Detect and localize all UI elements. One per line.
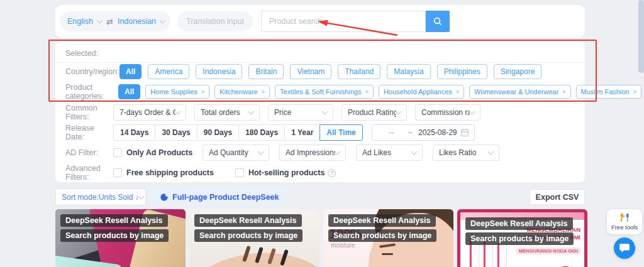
- selected-label: Selected:: [65, 49, 98, 58]
- product-card[interactable]: MENGEMBALIKAN WARNA GIGI ALAMI MENGURANG…: [457, 209, 587, 267]
- filter-panel: Selected: Country/region: All AmericaInd…: [55, 41, 585, 182]
- tools-icon: [619, 213, 630, 223]
- ad-filter-dropdown[interactable]: Ad Quantity: [203, 144, 269, 161]
- release-date-option[interactable]: 1 Year: [284, 124, 320, 141]
- filter-dropdown[interactable]: 7-days Order & Gr…: [113, 104, 186, 121]
- filter-dropdown[interactable]: Price: [268, 104, 333, 121]
- free-shipping-checkbox[interactable]: Free shipping products: [113, 168, 214, 177]
- release-date-option-all-time[interactable]: All Time: [319, 124, 362, 141]
- calendar-icon: [460, 128, 469, 137]
- date-separator: ~: [406, 128, 415, 137]
- deepseek-resell-overlay-button[interactable]: DeepSeek Resell Analysis: [465, 217, 573, 230]
- help-icon[interactable]: ?: [328, 169, 336, 177]
- search-icon: [433, 16, 443, 26]
- scrollbar[interactable]: [638, 0, 644, 73]
- country-chip-all[interactable]: All: [119, 64, 142, 79]
- ad-filter-label: AD Filter:: [65, 148, 113, 157]
- deepseek-resell-overlay-button[interactable]: DeepSeek Resell Analysis: [194, 214, 302, 227]
- chevron-down-icon: [469, 109, 475, 115]
- country-chip[interactable]: Indonesia: [196, 64, 242, 79]
- free-tools-button[interactable]: Free tools: [607, 209, 642, 234]
- search-by-image-overlay-button[interactable]: Search products by image: [328, 229, 436, 242]
- filter-dropdown[interactable]: Commission ratio: [415, 104, 480, 121]
- advanced-filters-label: Advanced Filters:: [65, 164, 113, 182]
- category-chip[interactable]: Muslim Fashion >: [576, 85, 641, 99]
- ad-filter-dropdown[interactable]: Ad Likes: [356, 144, 423, 161]
- release-date-options: 14 Days30 Days90 Days180 Days1 Year All …: [113, 124, 363, 141]
- deepseek-whale-icon: [160, 193, 169, 202]
- checkbox-icon[interactable]: [113, 168, 122, 177]
- product-card[interactable]: DeepSeek Resell Analysis Search products…: [55, 209, 186, 267]
- sort-mode-dropdown[interactable]: Sort mode:Units Sold ↓: [55, 188, 146, 205]
- translation-input[interactable]: [177, 11, 253, 31]
- chevron-right-icon: >: [562, 89, 565, 95]
- chevron-down-icon: [248, 109, 255, 115]
- search-by-image-overlay-button[interactable]: Search products by image: [60, 229, 169, 242]
- filter-dropdown[interactable]: Total orders: [194, 104, 260, 121]
- search-button[interactable]: [426, 11, 450, 32]
- deepseek-resell-overlay-button[interactable]: DeepSeek Resell Analysis: [60, 214, 168, 227]
- release-date-option[interactable]: 180 Days: [238, 124, 285, 141]
- product-image-text: moisture: [331, 242, 355, 249]
- chat-bubble-icon: [619, 243, 630, 253]
- category-chip-all[interactable]: All: [118, 84, 140, 99]
- search-by-image-overlay-button[interactable]: Search products by image: [194, 229, 303, 242]
- filter-dropdown[interactable]: Product Rating: [341, 104, 407, 121]
- fullpage-deepseek-button[interactable]: Full-page Product DeepSeek: [152, 188, 287, 205]
- country-chip[interactable]: Singapore: [494, 64, 542, 79]
- date-range-picker[interactable]: -- ~ 2025-08-29: [372, 124, 475, 141]
- ad-filter-dropdown[interactable]: Ad Impressions: [279, 144, 346, 161]
- country-chip[interactable]: America: [148, 64, 189, 79]
- category-chip[interactable]: Textiles & Soft Furnishings >: [275, 85, 374, 99]
- category-chip[interactable]: Womenswear & Underwear >: [469, 85, 571, 99]
- country-chip[interactable]: Vietnam: [290, 64, 331, 79]
- chevron-right-icon: >: [201, 89, 204, 95]
- search-by-image-overlay-button[interactable]: Search products by image: [465, 232, 574, 245]
- product-card[interactable]: 100% moisture 84% Reduces DeepSeek Resel…: [323, 209, 453, 267]
- release-date-option[interactable]: 30 Days: [155, 124, 197, 141]
- chevron-down-icon: [97, 18, 103, 24]
- target-language[interactable]: Indonesian: [118, 17, 156, 26]
- checkbox-icon[interactable]: [235, 168, 244, 177]
- category-chip[interactable]: Household Appliances >: [379, 85, 464, 99]
- product-image-tube: [497, 242, 507, 267]
- divider: [55, 62, 585, 63]
- product-image-arm: [189, 246, 319, 267]
- release-date-option[interactable]: 14 Days: [113, 124, 155, 141]
- category-chip[interactable]: Home Supplies >: [145, 85, 209, 99]
- swap-languages-icon[interactable]: ⇄: [106, 17, 113, 26]
- chevron-down-icon: [396, 109, 402, 115]
- product-search-input[interactable]: [261, 11, 426, 32]
- hot-selling-checkbox[interactable]: Hot-selling products: [235, 168, 325, 177]
- source-language[interactable]: English: [67, 17, 93, 26]
- date-start-value: --: [377, 128, 406, 137]
- common-filters-label: Common Filters:: [65, 104, 113, 121]
- chevron-down-icon: [138, 193, 144, 199]
- country-chip[interactable]: Philippines: [437, 64, 487, 79]
- checkbox-icon[interactable]: [113, 148, 122, 157]
- release-date-label: Release Date:: [65, 124, 113, 141]
- common-filters-row: Common Filters: 7-days Order & Gr… Total…: [65, 104, 575, 121]
- country-chip[interactable]: Malaysia: [387, 64, 430, 79]
- language-switcher[interactable]: English ⇄ Indonesian: [60, 11, 170, 31]
- chevron-down-icon: [411, 149, 418, 155]
- ad-filter-dropdown[interactable]: Likes Ratio: [433, 144, 499, 161]
- release-date-option[interactable]: 90 Days: [197, 124, 239, 141]
- category-chip[interactable]: Kitchenware >: [214, 85, 270, 99]
- divider: [55, 101, 585, 102]
- product-card[interactable]: DeepSeek Resell Analysis Search products…: [189, 209, 319, 267]
- country-chip[interactable]: Thailand: [338, 64, 380, 79]
- country-region-label: Country/region:: [65, 67, 113, 76]
- advanced-filters-row: Advanced Filters: Free shipping products…: [65, 165, 575, 181]
- export-csv-button[interactable]: Export CSV: [530, 189, 585, 205]
- chevron-down-icon: [160, 18, 166, 24]
- chat-button[interactable]: [614, 237, 635, 259]
- product-card-grid: DeepSeek Resell Analysis Search products…: [55, 209, 587, 267]
- release-date-row: Release Date: 14 Days30 Days90 Days180 D…: [65, 124, 575, 141]
- only-ad-products-checkbox[interactable]: Only Ad Products: [113, 148, 171, 157]
- chevron-down-icon: [175, 109, 181, 115]
- date-end-value: 2025-08-29: [415, 128, 460, 137]
- deepseek-resell-overlay-button[interactable]: DeepSeek Resell Analysis: [328, 214, 436, 227]
- chevron-down-icon: [258, 149, 264, 155]
- country-chip[interactable]: Britain: [248, 64, 284, 79]
